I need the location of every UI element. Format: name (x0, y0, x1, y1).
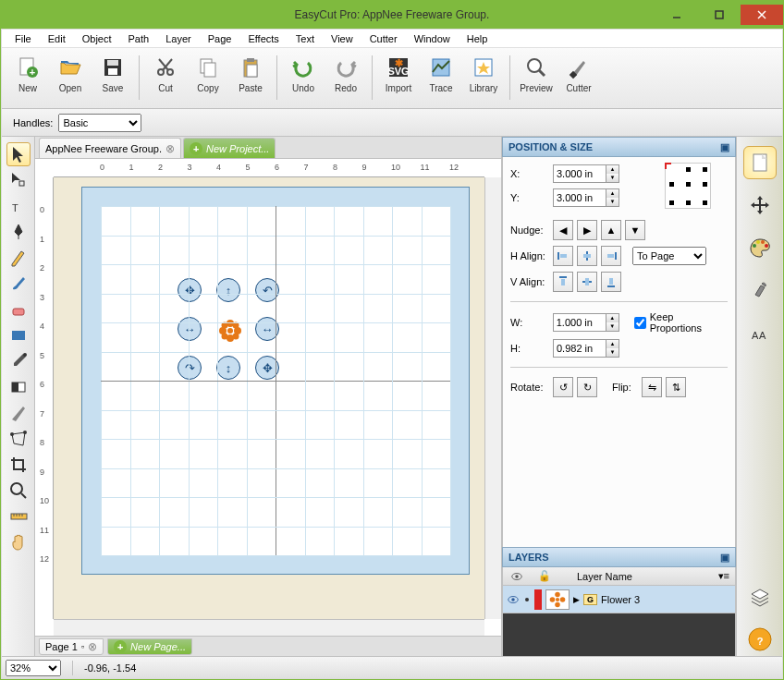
ruler-tool[interactable] (6, 504, 31, 528)
nudge-right-button[interactable]: ▶ (577, 220, 597, 240)
gradient-tool[interactable] (6, 375, 31, 399)
tab-close-icon[interactable]: ⊗ (165, 142, 175, 155)
rotate-ccw-button[interactable]: ↺ (553, 377, 573, 397)
layer-color-swatch[interactable] (534, 589, 542, 610)
shape-tool[interactable] (6, 323, 31, 347)
menu-edit[interactable]: Edit (41, 31, 73, 46)
x-input[interactable] (553, 164, 606, 183)
menu-view[interactable]: View (324, 31, 361, 46)
document-tab[interactable]: AppNee Freeware Group. ⊗ (39, 138, 181, 158)
x-spinner[interactable]: ▲▼ (606, 164, 619, 183)
expand-icon[interactable]: ▶ (573, 595, 580, 604)
h-input[interactable] (553, 339, 606, 358)
layers-header[interactable]: LAYERS ▣ (502, 547, 736, 567)
menu-path[interactable]: Path (121, 31, 157, 46)
pen-tool[interactable] (6, 220, 31, 244)
help-button[interactable]: ? (743, 623, 777, 656)
eyedropper-tool[interactable] (6, 349, 31, 373)
knife-tool-tool[interactable] (6, 401, 31, 425)
minimize-button[interactable] (655, 5, 698, 25)
cut-button[interactable]: Cut (147, 52, 184, 95)
distort-tool[interactable] (6, 427, 31, 451)
anchor-grid[interactable] (665, 163, 711, 209)
valign-middle-button[interactable] (577, 272, 597, 292)
w-spinner[interactable]: ▲▼ (606, 313, 619, 332)
preview-button[interactable]: Preview (518, 52, 555, 95)
menu-help[interactable]: Help (459, 31, 496, 46)
hand-tool[interactable] (6, 530, 31, 554)
handle-nw[interactable]: ✥ (178, 278, 202, 302)
trace-button[interactable]: Trace (423, 52, 459, 95)
zoom-select[interactable]: 32% (6, 660, 61, 676)
menu-window[interactable]: Window (407, 31, 458, 46)
flip-h-button[interactable]: ⇋ (642, 377, 662, 397)
layers-panel-button[interactable] (743, 580, 777, 613)
menu-object[interactable]: Object (75, 31, 119, 46)
w-input[interactable] (553, 313, 606, 332)
page-options-icon[interactable]: ▫ (81, 642, 84, 651)
new-project-tab[interactable]: + New Project... (183, 138, 276, 158)
import-button[interactable]: ✱SVGImport (380, 52, 417, 95)
text-panel-button[interactable]: AA (743, 316, 777, 349)
nudge-up-button[interactable]: ▲ (601, 220, 621, 240)
handle-sw[interactable]: ↷ (178, 356, 202, 380)
brush-tool[interactable] (6, 272, 31, 296)
halign-left-button[interactable] (553, 246, 573, 266)
eraser-tool[interactable] (6, 298, 31, 322)
document-panel-button[interactable] (743, 146, 777, 179)
vertical-scrollbar[interactable] (484, 177, 501, 619)
flip-v-button[interactable]: ⇅ (666, 377, 686, 397)
rotate-cw-button[interactable]: ↻ (577, 377, 597, 397)
horizontal-scrollbar[interactable] (54, 619, 484, 636)
nudge-left-button[interactable]: ◀ (553, 220, 573, 240)
undo-button[interactable]: Undo (285, 52, 322, 95)
halign-center-button[interactable] (577, 246, 597, 266)
h-spinner[interactable]: ▲▼ (606, 339, 619, 358)
valign-bottom-button[interactable] (601, 272, 621, 292)
y-input[interactable] (553, 188, 606, 207)
menu-effects[interactable]: Effects (240, 31, 286, 46)
crop-tool[interactable] (6, 453, 31, 477)
layer-menu-icon[interactable]: ▾≡ (718, 570, 729, 582)
menu-layer[interactable]: Layer (158, 31, 199, 46)
arrow-tool[interactable] (6, 142, 31, 166)
settings-panel-button[interactable] (743, 273, 777, 307)
y-spinner[interactable]: ▲▼ (606, 188, 619, 207)
menu-text[interactable]: Text (288, 31, 322, 46)
redo-button[interactable]: Redo (327, 52, 364, 95)
cutter-button[interactable]: Cutter (560, 52, 597, 95)
zoom-tool-tool[interactable] (6, 479, 31, 503)
keep-proportions-checkbox[interactable] (634, 317, 646, 329)
type-tool[interactable]: T (6, 194, 31, 218)
edit-node-tool[interactable] (6, 168, 31, 192)
nudge-down-button[interactable]: ▼ (625, 220, 645, 240)
pencil-tool[interactable] (6, 246, 31, 270)
move-panel-button[interactable] (743, 188, 777, 222)
panel-collapse-icon[interactable]: ▣ (720, 552, 729, 564)
layer-name[interactable]: Flower 3 (601, 594, 640, 605)
handle-s[interactable]: ↕ (216, 356, 240, 380)
canvas[interactable]: ✥ ↕ ↶ ↔ ↔ ↷ ↕ ✥ (54, 177, 484, 619)
handles-select[interactable]: Basic (58, 114, 141, 132)
copy-button[interactable]: Copy (190, 52, 227, 95)
menu-file[interactable]: File (7, 31, 39, 46)
eye-icon[interactable] (507, 593, 520, 606)
layer-row[interactable]: ▶ G Flower 3 (503, 586, 735, 613)
open-button[interactable]: Open (52, 52, 89, 95)
handle-w[interactable]: ↔ (178, 317, 202, 341)
new-button[interactable]: +New (9, 52, 46, 95)
maximize-button[interactable] (698, 5, 741, 25)
menu-cutter[interactable]: Cutter (362, 31, 405, 46)
color-panel-button[interactable] (743, 231, 777, 264)
close-button[interactable] (741, 5, 783, 25)
position-size-header[interactable]: POSITION & SIZE ▣ (502, 137, 736, 157)
handle-n[interactable]: ↕ (216, 278, 240, 302)
paste-button[interactable]: Paste (232, 52, 269, 95)
page-close-icon[interactable]: ⊗ (88, 640, 97, 653)
page-tab[interactable]: Page 1 ▫ ⊗ (39, 638, 104, 655)
new-page-tab[interactable]: + New Page... (107, 638, 192, 655)
valign-top-button[interactable] (553, 272, 573, 292)
library-button[interactable]: Library (465, 52, 502, 95)
panel-collapse-icon[interactable]: ▣ (720, 141, 729, 153)
align-relative-select[interactable]: To Page (632, 247, 706, 265)
